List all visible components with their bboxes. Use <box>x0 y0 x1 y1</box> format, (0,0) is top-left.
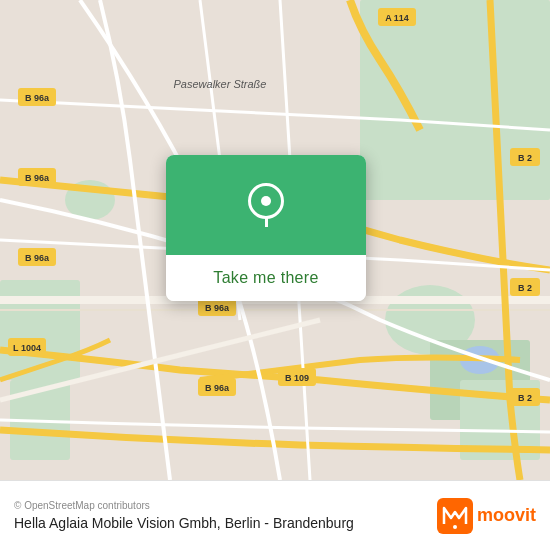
map-container: B 96a B 96a B 96a B 96a B 96a A 114 B 2 … <box>0 0 550 480</box>
svg-text:B 2: B 2 <box>518 283 532 293</box>
svg-text:B 96a: B 96a <box>25 173 50 183</box>
location-pin <box>248 183 284 227</box>
moovit-text: moovit <box>477 505 536 526</box>
moovit-logo: moovit <box>437 498 536 534</box>
card-overlay: Take me there <box>166 155 366 301</box>
svg-rect-1 <box>360 0 550 200</box>
take-me-there-button[interactable]: Take me there <box>166 255 366 301</box>
svg-text:L 1004: L 1004 <box>13 343 41 353</box>
location-name: Hella Aglaia Mobile Vision Gmbh, Berlin … <box>14 515 437 531</box>
svg-text:B 2: B 2 <box>518 393 532 403</box>
svg-text:B 2: B 2 <box>518 153 532 163</box>
svg-text:Pasewalker Straße: Pasewalker Straße <box>174 78 267 90</box>
attribution-text: © OpenStreetMap contributors <box>14 500 437 511</box>
card-map-preview <box>166 155 366 255</box>
pin-stem <box>265 217 268 227</box>
bottom-content: © OpenStreetMap contributors Hella Aglai… <box>14 500 437 531</box>
pin-circle <box>248 183 284 219</box>
svg-text:A 114: A 114 <box>385 13 409 23</box>
svg-point-35 <box>453 525 457 529</box>
moovit-icon <box>437 498 473 534</box>
svg-text:B 109: B 109 <box>285 373 309 383</box>
svg-text:B 96a: B 96a <box>205 383 230 393</box>
svg-text:B 96a: B 96a <box>25 253 50 263</box>
svg-text:B 96a: B 96a <box>205 303 230 313</box>
svg-text:B 96a: B 96a <box>25 93 50 103</box>
bottom-bar: © OpenStreetMap contributors Hella Aglai… <box>0 480 550 550</box>
pin-dot <box>261 196 271 206</box>
